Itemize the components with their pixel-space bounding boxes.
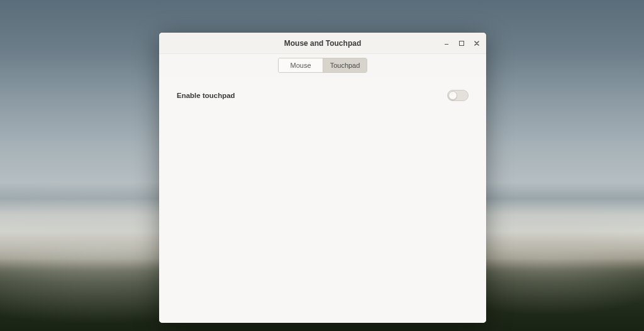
enable-touchpad-row: Enable touchpad	[177, 87, 469, 104]
minimize-button[interactable]	[442, 39, 451, 48]
tab-switcher: Mouse Touchpad	[278, 58, 367, 73]
titlebar[interactable]: Mouse and Touchpad	[159, 33, 486, 54]
close-icon	[474, 41, 479, 46]
window-controls	[442, 33, 481, 53]
settings-window: Mouse and Touchpad Mouse Touchpad Enable…	[159, 33, 486, 323]
close-button[interactable]	[472, 39, 481, 48]
tab-mouse[interactable]: Mouse	[279, 58, 323, 72]
maximize-button[interactable]	[457, 39, 466, 48]
desktop-wallpaper: Mouse and Touchpad Mouse Touchpad Enable…	[0, 0, 644, 331]
tab-touchpad[interactable]: Touchpad	[323, 58, 367, 72]
window-title: Mouse and Touchpad	[284, 39, 361, 48]
enable-touchpad-label: Enable touchpad	[177, 92, 235, 99]
toggle-knob	[448, 91, 457, 100]
enable-touchpad-toggle[interactable]	[447, 90, 469, 101]
tab-bar: Mouse Touchpad	[159, 54, 486, 77]
content-area: Enable touchpad	[159, 77, 486, 323]
